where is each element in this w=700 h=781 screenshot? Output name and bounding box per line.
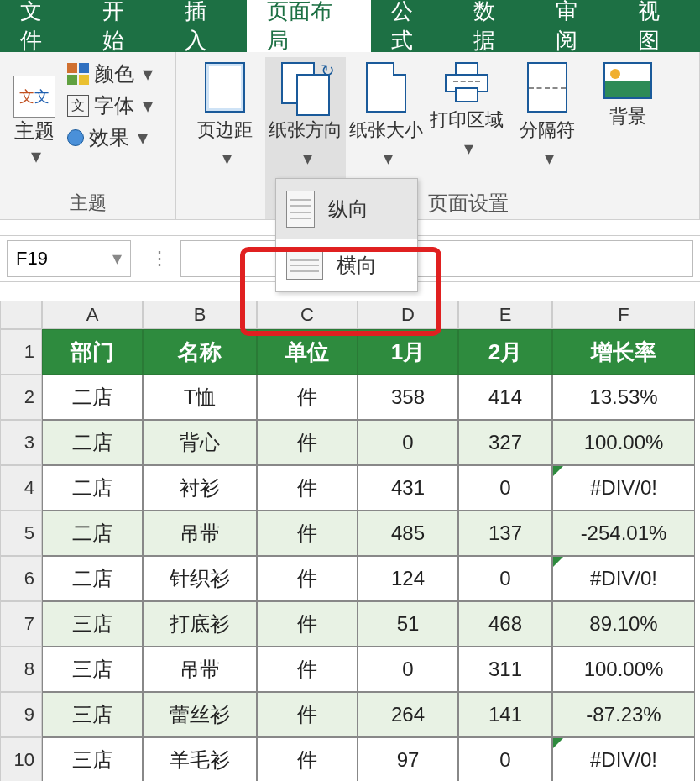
- cell[interactable]: 141: [458, 692, 552, 737]
- col-header-b[interactable]: B: [143, 301, 257, 329]
- cell[interactable]: 13.53%: [552, 375, 695, 420]
- formula-input[interactable]: [180, 240, 693, 277]
- fonts-button[interactable]: 文 字体 ▾: [67, 92, 153, 119]
- row-header[interactable]: 4: [0, 465, 42, 511]
- cell[interactable]: #DIV/0!: [552, 556, 695, 601]
- cell[interactable]: 打底衫: [143, 601, 257, 647]
- tab-file[interactable]: 文件: [0, 0, 82, 52]
- cell[interactable]: 件: [257, 556, 358, 601]
- table-header[interactable]: 名称: [143, 329, 257, 375]
- tab-review[interactable]: 审阅: [535, 0, 618, 52]
- cell[interactable]: 二店: [42, 556, 143, 601]
- cell[interactable]: 311: [458, 647, 552, 692]
- table-header[interactable]: 单位: [257, 329, 358, 375]
- tab-home[interactable]: 开始: [82, 0, 165, 52]
- cell[interactable]: 件: [257, 375, 358, 420]
- cell[interactable]: 二店: [42, 511, 143, 556]
- row-header[interactable]: 6: [0, 556, 42, 601]
- cell[interactable]: 0: [358, 647, 458, 692]
- themes-button[interactable]: 文文 主题 ▾: [8, 57, 60, 186]
- cell[interactable]: 414: [458, 375, 552, 420]
- cell[interactable]: 51: [358, 601, 458, 647]
- cell[interactable]: 468: [458, 601, 552, 647]
- col-header-a[interactable]: A: [42, 301, 143, 329]
- cell[interactable]: 件: [257, 465, 358, 511]
- row-header[interactable]: 7: [0, 601, 42, 647]
- cell[interactable]: 羊毛衫: [143, 737, 257, 781]
- select-all-corner[interactable]: [0, 301, 42, 329]
- cell[interactable]: 吊带: [143, 647, 257, 692]
- table-header[interactable]: 1月: [358, 329, 458, 375]
- cell[interactable]: 件: [257, 601, 358, 647]
- margins-button[interactable]: 页边距 ▾: [185, 57, 265, 219]
- background-button[interactable]: 背景: [588, 57, 668, 219]
- tab-view[interactable]: 视图: [618, 0, 700, 52]
- cell[interactable]: 二店: [42, 375, 143, 420]
- tab-insert[interactable]: 插入: [165, 0, 247, 52]
- table-header[interactable]: 增长率: [552, 329, 695, 375]
- cell[interactable]: 137: [458, 511, 552, 556]
- chevron-down-icon: ▾: [464, 138, 473, 160]
- cell[interactable]: 89.10%: [552, 601, 695, 647]
- col-header-f[interactable]: F: [552, 301, 695, 329]
- cell[interactable]: 97: [358, 737, 458, 781]
- cell[interactable]: 0: [358, 420, 458, 465]
- cell[interactable]: -254.01%: [552, 511, 695, 556]
- row-header[interactable]: 8: [0, 647, 42, 692]
- cell[interactable]: 100.00%: [552, 647, 695, 692]
- cell[interactable]: 件: [257, 692, 358, 737]
- chevron-down-icon: ▾: [384, 148, 393, 170]
- cell[interactable]: 件: [257, 647, 358, 692]
- table-header[interactable]: 2月: [458, 329, 552, 375]
- col-header-c[interactable]: C: [257, 301, 358, 329]
- row-header[interactable]: 1: [0, 329, 42, 375]
- chevron-down-icon: ▾: [138, 126, 148, 149]
- cell[interactable]: 100.00%: [552, 420, 695, 465]
- cell[interactable]: 三店: [42, 692, 143, 737]
- cell[interactable]: #DIV/0!: [552, 465, 695, 511]
- row-header[interactable]: 3: [0, 420, 42, 465]
- cell[interactable]: 264: [358, 692, 458, 737]
- cell[interactable]: 二店: [42, 420, 143, 465]
- row-header[interactable]: 2: [0, 375, 42, 420]
- row-header[interactable]: 10: [0, 737, 42, 781]
- tab-formula[interactable]: 公式: [371, 0, 453, 52]
- cell[interactable]: 二店: [42, 465, 143, 511]
- cell[interactable]: -87.23%: [552, 692, 695, 737]
- colors-button[interactable]: 颜色 ▾: [67, 60, 153, 87]
- cell[interactable]: 124: [358, 556, 458, 601]
- cell[interactable]: 吊带: [143, 511, 257, 556]
- cell[interactable]: 件: [257, 511, 358, 556]
- tab-data[interactable]: 数据: [453, 0, 535, 52]
- orientation-portrait-item[interactable]: 纵向: [276, 179, 417, 239]
- cell[interactable]: T恤: [143, 375, 257, 420]
- cell[interactable]: 358: [358, 375, 458, 420]
- tab-page-layout[interactable]: 页面布局: [247, 0, 371, 52]
- breaks-button[interactable]: 分隔符 ▾: [507, 57, 588, 219]
- row-header[interactable]: 9: [0, 692, 42, 737]
- cell[interactable]: 针织衫: [143, 556, 257, 601]
- name-box[interactable]: F19 ▾: [7, 240, 131, 277]
- cell[interactable]: 三店: [42, 737, 143, 781]
- cell[interactable]: 0: [458, 556, 552, 601]
- cell[interactable]: 件: [257, 420, 358, 465]
- cell[interactable]: 三店: [42, 601, 143, 647]
- cell[interactable]: 衬衫: [143, 465, 257, 511]
- orientation-landscape-item[interactable]: 横向: [276, 239, 417, 291]
- cell[interactable]: #DIV/0!: [552, 737, 695, 781]
- cell[interactable]: 327: [458, 420, 552, 465]
- cell[interactable]: 0: [458, 737, 552, 781]
- col-header-e[interactable]: E: [458, 301, 552, 329]
- col-header-d[interactable]: D: [358, 301, 458, 329]
- row-header[interactable]: 5: [0, 511, 42, 556]
- data-grid: 1 部门 名称 单位 1月 2月 增长率 2二店T恤件35841413.53%3…: [0, 329, 700, 781]
- cell[interactable]: 件: [257, 737, 358, 781]
- cell[interactable]: 0: [458, 465, 552, 511]
- cell[interactable]: 485: [358, 511, 458, 556]
- cell[interactable]: 三店: [42, 647, 143, 692]
- cell[interactable]: 431: [358, 465, 458, 511]
- cell[interactable]: 蕾丝衫: [143, 692, 257, 737]
- cell[interactable]: 背心: [143, 420, 257, 465]
- effects-button[interactable]: 效果 ▾: [67, 124, 153, 151]
- table-header[interactable]: 部门: [42, 329, 143, 375]
